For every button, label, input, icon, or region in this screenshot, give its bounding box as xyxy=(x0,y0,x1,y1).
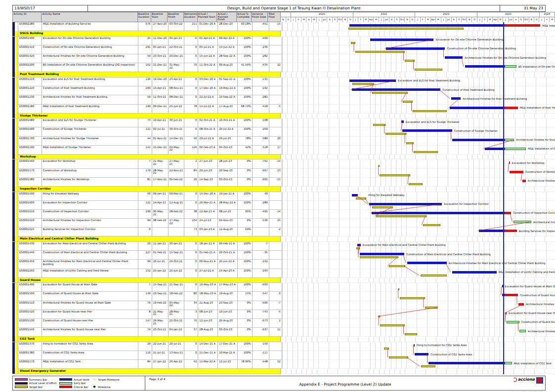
activity-name-cell: Construction of Guard House near Pier xyxy=(42,319,138,328)
activity-name-cell: M&E Installation of Sludge Thickener xyxy=(42,146,138,155)
activity-id-cell: ES0001580 xyxy=(18,178,42,187)
table-cell: 0 xyxy=(184,283,198,292)
section-label: OSCG Building xyxy=(18,31,281,37)
table-cell: 12-Apr-21 A xyxy=(198,210,218,219)
wbs-band xyxy=(12,127,18,136)
table-cell: 100% xyxy=(238,242,253,251)
table-cell: 211 xyxy=(184,22,198,31)
table-cell xyxy=(269,118,282,127)
table-cell: 99 xyxy=(138,260,152,269)
gantt-bar-early-remaining xyxy=(505,139,514,141)
wbs-band xyxy=(12,351,18,360)
table-cell: -289 xyxy=(253,201,269,210)
wbs-band xyxy=(12,278,18,283)
table-cell: 28-Sep-22 A xyxy=(218,54,238,63)
table-cell: 11-Oct-22 A xyxy=(198,63,218,72)
section-row: Post Treatment Building xyxy=(12,72,555,78)
table-cell: 09-Aug-23 xyxy=(218,63,238,72)
gantt-rows: ES0002280M&E Installation of Building Se… xyxy=(12,22,555,374)
table-cell: -15 xyxy=(269,22,282,31)
table-cell: -15 xyxy=(269,178,282,187)
activity-id-cell: ES0001380 xyxy=(18,351,42,360)
activity-row: ES0001560Excavation for Workshop721-May-… xyxy=(12,159,555,168)
gantt-bar-label: Architectural Finishes for Workshop xyxy=(528,179,555,182)
table-cell: 09-Jan-21 xyxy=(152,192,169,201)
table-cell: 20-Jul-21 xyxy=(152,260,169,269)
table-cell: 14-Apr-21 xyxy=(152,201,169,210)
gantt-bar-label: Architectural Finishes for Guard House n… xyxy=(528,330,555,333)
milestone-diamond-icon: ◆ xyxy=(92,386,96,388)
table-cell: 15-Jun-22 A xyxy=(198,54,218,63)
table-cell: -282 xyxy=(253,95,269,104)
activity-name-cell: Architectural Finishes for Workshop xyxy=(42,178,138,187)
activity-row: ES0001500Construction of Guard House at … xyxy=(12,292,555,301)
gantt-bar-label: M&E Installation of Sludge Thickener xyxy=(528,147,555,150)
gantt-table: Activity IDActivity NameBaseline Duratio… xyxy=(12,12,555,374)
activity-name-cell: Architectural Finishes for Post Treatmen… xyxy=(42,95,138,104)
gantt-bar-target-baseline xyxy=(403,101,413,103)
table-cell: 03-Oct-23 xyxy=(218,178,238,187)
table-cell: -14 xyxy=(269,210,282,219)
table-cell: 49 xyxy=(253,192,269,201)
gantt-bar-target-baseline xyxy=(421,274,447,276)
table-cell: 03-Oct-23 xyxy=(218,328,238,337)
table-cell: -506 xyxy=(253,301,269,310)
gantt-bar-actual-work xyxy=(357,244,361,246)
gantt-bar-label: Architectural Finishes for Inspection Co… xyxy=(533,221,555,224)
month-label: J xyxy=(503,17,508,22)
section-row: Inspection Corridor xyxy=(12,187,555,192)
activity-chart-cell: Construction of Guard House at Main Gate xyxy=(282,292,555,301)
gantt-bar-target-baseline xyxy=(409,183,423,185)
table-cell: 02-Jul-21 xyxy=(152,127,169,136)
table-cell: 291 xyxy=(138,45,152,54)
year-label: 2022 xyxy=(415,12,477,17)
activity-chart-cell: M&E Installation of CO2 Tank xyxy=(282,360,555,369)
gantt-bar-target-baseline xyxy=(372,92,408,94)
table-cell: 27-May-21 xyxy=(169,159,185,168)
table-cell: 25-Jan-22 xyxy=(152,269,169,278)
gantt-bar-label: Excavation for On-site Chlorine Generati… xyxy=(435,38,503,41)
table-cell: -451 xyxy=(253,22,269,31)
table-cell: 14-Apr-21 xyxy=(152,86,169,95)
section-label: Diesel Emergency Generator xyxy=(18,369,281,374)
activity-name-cell: Architectural Finishes for Guard House a… xyxy=(42,301,138,310)
activity-row: ES0001450Architectural Finishes for Main… xyxy=(12,260,555,269)
table-cell: 37 xyxy=(184,328,198,337)
wbs-band xyxy=(12,242,18,251)
gantt-bar-early-remaining xyxy=(505,65,516,68)
year-label: 2020 xyxy=(291,12,353,17)
activity-chart-cell: Excavation for On-site Chlorine Generati… xyxy=(282,37,555,45)
month-label: Oct xyxy=(400,17,405,22)
table-cell: -589 xyxy=(253,137,269,146)
table-cell: 22-Jul-22 A xyxy=(198,95,218,104)
table-cell: 19-May-22 A xyxy=(218,86,238,95)
legend-item: ◆Milestone xyxy=(92,385,120,389)
activity-name-cell: Excavation for Main Electrical and Centr… xyxy=(42,242,138,251)
activity-row: ES0002170M&E Installation of CO2 Tank842… xyxy=(12,360,555,369)
gantt-bar-target-baseline xyxy=(425,307,438,309)
table-cell: 06-Nov-21 A xyxy=(198,260,218,269)
page-title: Design, Build and Operate Stage 1 of Tes… xyxy=(88,5,500,11)
gantt-bar-target-baseline xyxy=(352,83,374,85)
gantt-bar-label: Construction of Workshop xyxy=(525,170,555,173)
gantt-bar-label: BS Installation of On-site Chlorine Gene… xyxy=(518,65,555,68)
year-label: 2024 xyxy=(540,12,555,17)
month-label: J xyxy=(379,17,384,22)
table-cell: 16-Sep-22 A xyxy=(218,95,238,104)
table-cell: 23-Sep-21 xyxy=(152,292,169,301)
table-cell: 12-Jun-23 xyxy=(198,319,218,328)
table-cell: 04-Jan-21 xyxy=(169,37,185,45)
table-cell: 2 xyxy=(269,319,282,328)
table-cell: 149 xyxy=(138,292,152,301)
table-cell: 227 xyxy=(138,251,152,260)
table-cell: -293 xyxy=(253,269,269,278)
activity-row: ES0001370Filing to Formation for CO2 Tan… xyxy=(12,342,555,351)
table-cell: -605 xyxy=(253,178,269,187)
table-cell: 76 xyxy=(184,319,198,328)
activity-row: ES0001600Excavation for Inspection Corri… xyxy=(12,201,555,210)
gantt-bar-actual-work xyxy=(386,47,445,50)
activity-chart-cell: Architectural Finishes for Sludge Thicke… xyxy=(282,137,555,146)
gantt-bar-critical-remaining xyxy=(505,294,518,296)
table-cell: 15-Jun-22 A xyxy=(218,45,238,54)
month-label: S xyxy=(519,17,524,22)
